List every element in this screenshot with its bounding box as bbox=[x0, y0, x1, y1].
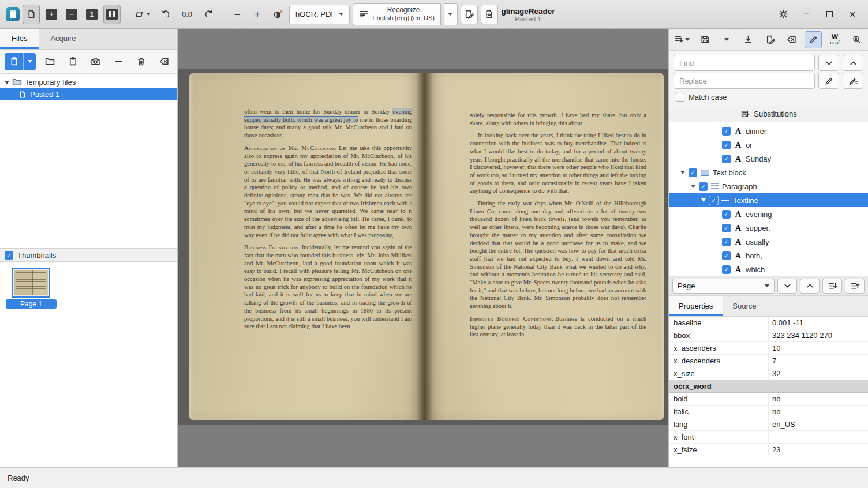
block-checkbox[interactable] bbox=[689, 168, 697, 177]
collapse-all-button[interactable] bbox=[845, 279, 865, 294]
hocr-word-row[interactable]: A supper, bbox=[669, 221, 868, 235]
zoom-out-button[interactable]: − bbox=[229, 5, 246, 24]
preview-settings-button[interactable] bbox=[848, 31, 865, 48]
property-row[interactable]: x_fsize 23 bbox=[669, 444, 868, 456]
find-prev-button[interactable] bbox=[843, 55, 863, 71]
hocr-word-row[interactable]: A which bbox=[669, 262, 868, 276]
tab-source[interactable]: Source bbox=[723, 296, 766, 316]
hocr-word-row[interactable]: A Sunday bbox=[669, 152, 868, 166]
page-select[interactable]: Page bbox=[672, 279, 775, 294]
edit-page-button[interactable] bbox=[761, 31, 779, 48]
settings-menu-button[interactable] bbox=[777, 8, 790, 21]
save-hocr-button[interactable] bbox=[697, 31, 714, 48]
paste-image-button[interactable] bbox=[23, 5, 40, 24]
expander-icon[interactable] bbox=[701, 198, 706, 202]
word-checkbox[interactable] bbox=[722, 127, 731, 136]
property-row[interactable]: baseline 0.001 -11 bbox=[669, 317, 868, 329]
find-input[interactable] bbox=[674, 55, 815, 71]
grid-layout-button[interactable] bbox=[103, 5, 121, 24]
word-checkbox[interactable] bbox=[722, 251, 731, 260]
thumbnails-checkbox[interactable] bbox=[5, 251, 13, 260]
screenshot-button[interactable] bbox=[87, 53, 104, 70]
substitutions-button[interactable]: Substitutions bbox=[669, 106, 868, 122]
add-region-button[interactable]: + bbox=[43, 5, 60, 24]
minimize-button[interactable]: − bbox=[800, 8, 813, 21]
expander-icon[interactable] bbox=[680, 171, 685, 174]
maximize-button[interactable] bbox=[823, 8, 836, 21]
textline-checkbox[interactable] bbox=[709, 196, 718, 205]
open-hocr-dropdown[interactable] bbox=[672, 31, 692, 48]
property-row[interactable]: x_ascenders 10 bbox=[669, 342, 868, 355]
batch-export-button[interactable] bbox=[481, 5, 498, 24]
substitute-button[interactable] bbox=[818, 73, 839, 89]
expand-all-button[interactable] bbox=[822, 279, 842, 294]
property-row[interactable]: x_descenders 7 bbox=[669, 355, 868, 367]
remove-file-button[interactable] bbox=[110, 53, 127, 70]
tree-item-pasted-1[interactable]: Pasted 1 bbox=[0, 88, 177, 100]
hocr-word-row[interactable]: A usually bbox=[669, 235, 868, 249]
tab-properties[interactable]: Properties bbox=[669, 296, 723, 316]
rotate-mode-dropdown[interactable] bbox=[132, 5, 154, 24]
next-item-button[interactable] bbox=[777, 279, 797, 294]
paste-split-button[interactable] bbox=[5, 53, 36, 70]
word-checkbox[interactable] bbox=[722, 141, 731, 149]
paste-clipboard-button[interactable] bbox=[64, 53, 81, 70]
prev-item-button[interactable] bbox=[800, 279, 820, 294]
property-row[interactable]: x_size 32 bbox=[669, 367, 868, 380]
word-checkbox[interactable] bbox=[722, 155, 731, 163]
clear-files-button[interactable] bbox=[155, 53, 173, 70]
paragraph-checkbox[interactable] bbox=[699, 182, 708, 191]
recognize-language-dropdown[interactable] bbox=[444, 3, 458, 25]
hocr-block-row[interactable]: Text block bbox=[669, 166, 868, 179]
tab-files[interactable]: Files bbox=[0, 29, 39, 49]
hocr-word-row[interactable]: A both, bbox=[669, 249, 868, 262]
replace-input[interactable] bbox=[674, 73, 815, 89]
paste-options-chevron[interactable] bbox=[23, 53, 36, 70]
rotate-right-button[interactable] bbox=[200, 5, 218, 24]
hocr-textline-row-selected[interactable]: Textline bbox=[669, 193, 868, 207]
export-options-chevron[interactable] bbox=[718, 31, 735, 48]
property-key: baseline bbox=[669, 318, 768, 327]
property-row[interactable]: bold no bbox=[669, 393, 868, 406]
expander-icon[interactable] bbox=[691, 185, 695, 188]
property-row[interactable]: x_font bbox=[669, 431, 868, 444]
clear-output-button[interactable] bbox=[783, 31, 800, 48]
rotation-angle-spinner[interactable]: 0.0 bbox=[177, 10, 197, 18]
hocr-word-row[interactable]: A dinner bbox=[669, 124, 868, 138]
word-checkbox[interactable] bbox=[722, 238, 731, 246]
thumbnails-header: Thumbnails bbox=[0, 248, 177, 262]
output-editor-button[interactable] bbox=[461, 5, 478, 24]
property-row[interactable]: italic no bbox=[669, 406, 868, 418]
remove-region-button[interactable]: − bbox=[63, 5, 80, 24]
tab-acquire[interactable]: Acquire bbox=[39, 29, 87, 49]
word-checkbox[interactable] bbox=[722, 265, 731, 274]
property-row[interactable]: bbox 323 234 1120 270 bbox=[669, 329, 868, 342]
delete-file-button[interactable] bbox=[133, 53, 150, 70]
thumbnails-label: Thumbnails bbox=[17, 251, 56, 260]
word-confidence-toggle[interactable]: W conf bbox=[826, 31, 844, 48]
hocr-word-row[interactable]: A evening bbox=[669, 207, 868, 221]
thumbnail-page-1[interactable]: Page 1 bbox=[6, 268, 57, 309]
find-next-button[interactable] bbox=[818, 55, 839, 71]
word-checkbox[interactable] bbox=[722, 210, 731, 219]
close-button[interactable]: × bbox=[846, 8, 859, 21]
open-files-button[interactable] bbox=[42, 53, 59, 70]
property-row[interactable]: lang en_US bbox=[669, 418, 868, 431]
word-checkbox[interactable] bbox=[722, 224, 731, 232]
tree-root-temporary-files[interactable]: Temporary files bbox=[0, 76, 177, 88]
match-case-checkbox[interactable] bbox=[676, 93, 684, 102]
recognize-button[interactable]: Recognize English [eng] (en_US) bbox=[353, 3, 441, 25]
zoom-in-button[interactable]: + bbox=[249, 5, 266, 24]
hocr-paragraph-row[interactable]: Paragraph bbox=[669, 179, 868, 193]
expander-icon[interactable] bbox=[5, 81, 9, 84]
substitute-all-button[interactable] bbox=[843, 73, 863, 89]
rotate-left-button[interactable] bbox=[156, 5, 174, 24]
image-controls-button[interactable] bbox=[269, 5, 286, 24]
scanned-image[interactable]: often went to their home for Sunday dinn… bbox=[178, 69, 668, 425]
ocr-mode-dropdown[interactable]: hOCR, PDF bbox=[289, 5, 350, 24]
navigate-target-button[interactable] bbox=[740, 31, 757, 48]
single-page-button[interactable]: 1 bbox=[83, 5, 100, 24]
image-canvas[interactable]: often went to their home for Sunday dinn… bbox=[178, 29, 668, 467]
find-replace-toggle[interactable] bbox=[805, 31, 822, 48]
hocr-word-row[interactable]: A or bbox=[669, 138, 868, 152]
